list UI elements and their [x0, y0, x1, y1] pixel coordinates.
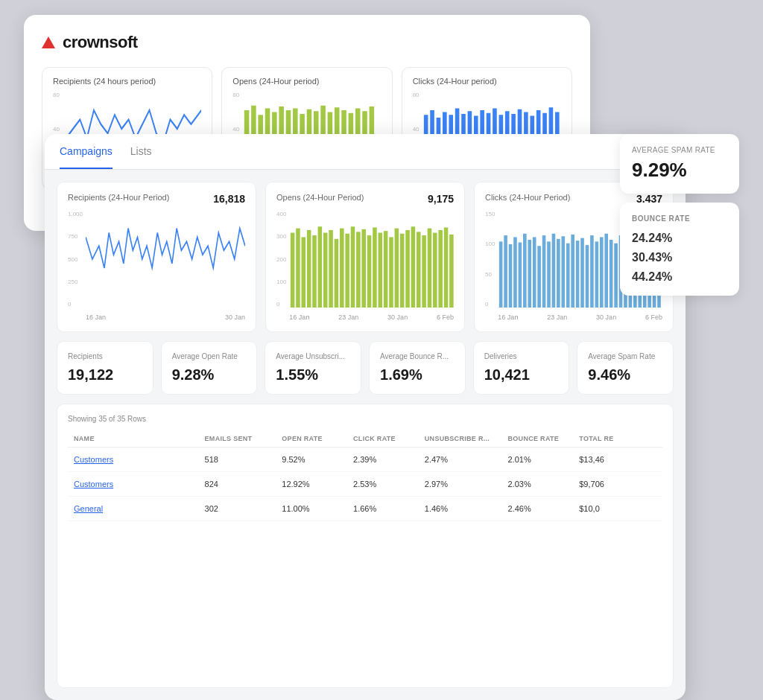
svg-rect-83 [557, 239, 560, 308]
row-2-click: 1.66% [347, 497, 419, 521]
row-0-name[interactable]: Customers [68, 448, 199, 472]
bounce-rate-title: BOUNCE RATE [632, 214, 727, 223]
table-row: General 302 11.00% 1.66% 1.46% 2.46% $10… [68, 497, 662, 521]
svg-rect-65 [422, 235, 427, 308]
stat-label-unsub-rate: Average Unsubscri... [276, 352, 350, 360]
row-1-name[interactable]: Customers [68, 472, 199, 497]
svg-rect-78 [533, 237, 536, 308]
svg-rect-95 [615, 244, 618, 308]
row-1-total: $9,706 [573, 472, 662, 497]
svg-rect-66 [428, 229, 432, 308]
row-2-bounce: 2.46% [502, 497, 574, 521]
svg-rect-84 [562, 236, 566, 308]
y-label: 0 [68, 301, 83, 308]
svg-rect-47 [323, 233, 328, 308]
y-label: 40 [413, 126, 420, 133]
svg-rect-76 [523, 234, 527, 308]
svg-rect-50 [340, 229, 344, 308]
table-row: Customers 824 12.92% 2.53% 2.97% 2.03% $… [68, 472, 662, 497]
chart-recipients-title: Recipients (24-Hour Period) [68, 193, 169, 202]
row-0-total: $13,46 [573, 448, 662, 472]
x-label: 30 Jan [387, 314, 408, 321]
table-row: Customers 518 9.52% 2.39% 2.47% 2.01% $1… [68, 448, 662, 472]
spam-rate-label: Average Spam Rate [632, 146, 727, 154]
chart-opens-value: 9,175 [428, 193, 454, 205]
y-label: 80 [413, 92, 420, 98]
svg-rect-48 [329, 230, 334, 308]
svg-rect-54 [362, 229, 367, 308]
chart-recipients-value: 16,818 [213, 193, 245, 205]
row-0-open: 9.52% [276, 448, 347, 472]
svg-rect-43 [302, 237, 306, 308]
svg-rect-82 [552, 234, 556, 308]
x-label: 16 Jan [86, 314, 106, 321]
data-table: NAME EMAILS SENT OPEN RATE CLICK RATE UN… [68, 430, 662, 521]
chart-opens-header: Opens (24-Hour Period) 9,175 [276, 193, 454, 205]
x-label: 30 Jan [596, 314, 616, 321]
stat-value-open-rate: 9.28% [172, 366, 247, 384]
svg-rect-68 [439, 230, 443, 308]
svg-rect-59 [390, 237, 394, 308]
svg-rect-42 [297, 229, 301, 308]
stat-value-unsub-rate: 1.55% [276, 366, 350, 384]
row-2-name[interactable]: General [68, 497, 199, 521]
row-1-sent: 824 [199, 472, 276, 497]
x-label: 6 Feb [437, 314, 454, 321]
tab-campaigns[interactable]: Campaigns [60, 135, 113, 169]
svg-rect-67 [433, 233, 437, 308]
chart-recipients-header: Recipients (24-Hour Period) 16,818 [68, 193, 245, 205]
col-header-bounce: BOUNCE RATE [502, 430, 574, 448]
x-label: 16 Jan [289, 314, 309, 321]
svg-rect-44 [307, 230, 311, 308]
y-label: 50 [485, 271, 495, 278]
table-meta: Showing 35 of 35 Rows [68, 415, 662, 423]
svg-rect-92 [600, 237, 604, 308]
svg-rect-64 [417, 232, 421, 308]
svg-rect-70 [449, 235, 454, 308]
stat-bounce-rate: Average Bounce R... 1.69% [369, 341, 466, 395]
y-label: 200 [276, 256, 286, 263]
row-1-bounce: 2.03% [502, 472, 574, 497]
bounce-rate-card: BOUNCE RATE 24.24% 30.43% 44.24% [620, 203, 739, 296]
y-label: 0 [276, 301, 286, 308]
row-0-bounce: 2.01% [502, 448, 574, 472]
svg-rect-90 [590, 235, 594, 308]
tabs-bar: Campaigns Lists ⊞ ⟨ [45, 134, 686, 170]
svg-rect-62 [406, 230, 411, 308]
svg-rect-46 [318, 226, 323, 308]
stat-value-bounce-rate: 1.69% [380, 366, 455, 384]
y-label: 80 [53, 92, 60, 98]
row-0-click: 2.39% [347, 448, 419, 472]
stat-label-open-rate: Average Open Rate [172, 352, 247, 360]
svg-rect-49 [335, 239, 339, 308]
tab-lists[interactable]: Lists [130, 135, 152, 169]
row-0-unsub: 2.47% [419, 448, 502, 472]
row-2-open: 11.00% [276, 497, 347, 521]
svg-rect-77 [528, 240, 532, 308]
svg-rect-75 [519, 243, 522, 308]
chart-clicks-title: Clicks (24-Hour Period) [485, 193, 570, 202]
x-label: 23 Jan [338, 314, 358, 321]
main-charts-row: Recipients (24-Hour Period) 16,818 1,000… [57, 182, 674, 332]
y-label: 500 [68, 256, 83, 263]
svg-rect-81 [548, 241, 551, 308]
svg-rect-51 [346, 234, 350, 308]
svg-rect-56 [373, 227, 378, 308]
logo-area: crownsoft [42, 33, 572, 52]
logo-text: crownsoft [63, 33, 138, 52]
svg-rect-60 [395, 229, 399, 308]
stat-label-deliveries: Deliveries [484, 352, 559, 360]
col-header-sent: EMAILS SENT [199, 430, 276, 448]
main-card: Campaigns Lists ⊞ ⟨ [45, 134, 686, 700]
svg-rect-91 [595, 241, 599, 308]
row-1-open: 12.92% [276, 472, 347, 497]
svg-rect-71 [499, 241, 503, 308]
svg-rect-89 [586, 245, 589, 308]
svg-rect-85 [566, 244, 570, 308]
svg-rect-80 [542, 235, 546, 308]
bounce-rate-value-0: 24.24% [632, 232, 727, 245]
row-1-unsub: 2.97% [419, 472, 502, 497]
content-area: Recipients (24-Hour Period) 16,818 1,000… [45, 170, 686, 700]
row-2-sent: 302 [199, 497, 276, 521]
x-label: 16 Jan [498, 314, 518, 321]
